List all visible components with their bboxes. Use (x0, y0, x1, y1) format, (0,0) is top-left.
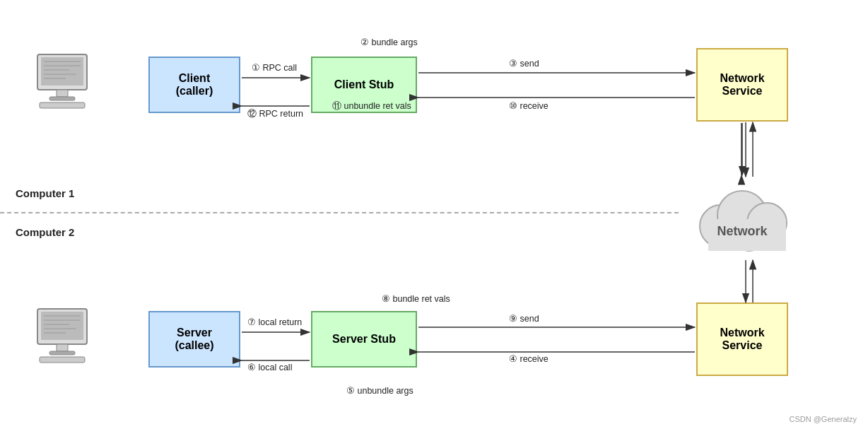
svg-rect-2 (57, 90, 68, 97)
arrow-label-1: ① RPC call (252, 62, 297, 73)
server-label: Server(callee) (175, 327, 213, 352)
computer1-label: Computer 1 (16, 187, 74, 199)
arrow-label-10: ⑩ receive (509, 100, 549, 111)
arrow-label-7: ⑦ local return (247, 317, 302, 327)
client-box: Client(caller) (148, 57, 240, 113)
arrow-label-4: ④ receive (509, 353, 549, 364)
computer2-label: Computer 2 (16, 226, 74, 238)
svg-rect-3 (49, 97, 75, 100)
network-cloud: Network (679, 173, 806, 258)
arrow-label-8: ⑧ bundle ret vals (382, 293, 450, 304)
server-box: Server(callee) (148, 311, 240, 368)
arrow-label-6: ⑥ local call (247, 362, 292, 372)
svg-text:Network: Network (717, 224, 768, 238)
divider-line (0, 212, 679, 213)
network-service-top-label: NetworkService (720, 72, 764, 98)
diagram-container: Client(caller) Client Stub NetworkServic… (0, 0, 868, 429)
arrow-label-3: ③ send (509, 58, 539, 69)
svg-rect-13 (49, 351, 75, 355)
arrow-label-9: ⑨ send (509, 313, 539, 324)
svg-rect-4 (40, 102, 85, 108)
arrow-label-2: ② bundle args (360, 37, 418, 47)
watermark: CSDN @Generalzy (789, 415, 857, 423)
network-service-bottom-label: NetworkService (720, 327, 764, 352)
server-stub-label: Server Stub (332, 333, 396, 346)
svg-rect-14 (40, 357, 85, 363)
computer-top-icon (34, 53, 98, 112)
computer-bottom-icon (34, 307, 98, 367)
network-service-bottom-box: NetworkService (696, 302, 788, 376)
arrow-label-11: ⑪ unbundle ret vals (332, 100, 411, 112)
server-stub-box: Server Stub (311, 311, 417, 368)
arrow-label-12: ⑫ RPC return (247, 108, 303, 120)
network-service-top-box: NetworkService (696, 48, 788, 122)
arrow-label-5: ⑤ unbundle args (346, 385, 414, 396)
client-stub-label: Client Stub (334, 78, 394, 91)
client-label: Client(caller) (176, 72, 213, 98)
svg-rect-12 (57, 344, 68, 351)
